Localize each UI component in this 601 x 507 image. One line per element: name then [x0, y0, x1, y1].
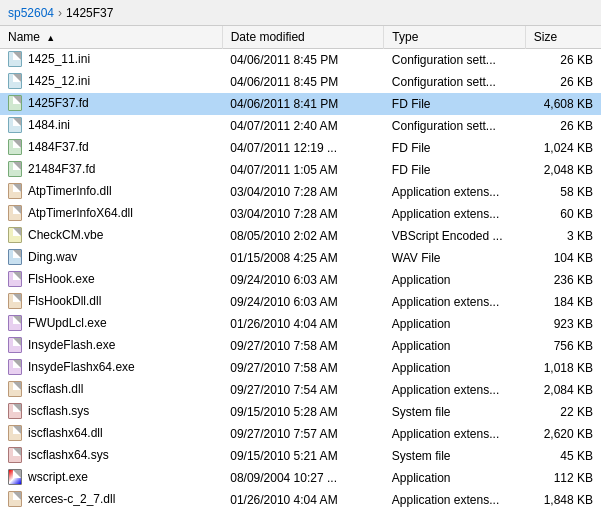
- file-size-cell: 26 KB: [525, 49, 601, 71]
- file-date-cell: 08/05/2010 2:02 AM: [222, 225, 384, 247]
- file-date-cell: 03/04/2010 7:28 AM: [222, 181, 384, 203]
- file-type-cell: Application: [384, 357, 525, 379]
- file-name-cell: AtpTimerInfo.dll: [0, 181, 222, 203]
- file-name-cell: Ding.wav: [0, 247, 222, 269]
- file-name-cell: InsydeFlash.exe: [0, 335, 222, 357]
- file-type-cell: System file: [384, 401, 525, 423]
- file-date-cell: 09/27/2010 7:54 AM: [222, 379, 384, 401]
- file-size-cell: 1,018 KB: [525, 357, 601, 379]
- file-date-cell: 01/26/2010 4:04 AM: [222, 489, 384, 508]
- file-type-cell: System file: [384, 445, 525, 467]
- table-row[interactable]: iscflashx64.sys 09/15/2010 5:21 AM Syste…: [0, 445, 601, 467]
- file-type-cell: Application extens...: [384, 489, 525, 508]
- file-size-cell: 45 KB: [525, 445, 601, 467]
- table-row[interactable]: InsydeFlashx64.exe 09/27/2010 7:58 AM Ap…: [0, 357, 601, 379]
- file-type-cell: WAV File: [384, 247, 525, 269]
- file-size-cell: 22 KB: [525, 401, 601, 423]
- table-row[interactable]: iscflash.sys 09/15/2010 5:28 AM System f…: [0, 401, 601, 423]
- file-date-cell: 09/27/2010 7:57 AM: [222, 423, 384, 445]
- table-row[interactable]: FlsHookDll.dll 09/24/2010 6:03 AM Applic…: [0, 291, 601, 313]
- col-header-name[interactable]: Name ▲: [0, 26, 222, 49]
- file-name-cell: wscript.exe: [0, 467, 222, 489]
- file-name-cell: CheckCM.vbe: [0, 225, 222, 247]
- table-row[interactable]: wscript.exe 08/09/2004 10:27 ... Applica…: [0, 467, 601, 489]
- file-size-cell: 3 KB: [525, 225, 601, 247]
- file-size-cell: 756 KB: [525, 335, 601, 357]
- table-row[interactable]: FlsHook.exe 09/24/2010 6:03 AM Applicati…: [0, 269, 601, 291]
- file-name-cell: 1425_11.ini: [0, 49, 222, 71]
- file-date-cell: 09/24/2010 6:03 AM: [222, 269, 384, 291]
- table-row[interactable]: 1425F37.fd 04/06/2011 8:41 PM FD File 4,…: [0, 93, 601, 115]
- exe-icon: [8, 271, 24, 287]
- column-headers: Name ▲ Date modified Type Size: [0, 26, 601, 49]
- file-size-cell: 26 KB: [525, 115, 601, 137]
- table-row[interactable]: 1484.ini 04/07/2011 2:40 AM Configuratio…: [0, 115, 601, 137]
- table-row[interactable]: 1484F37.fd 04/07/2011 12:19 ... FD File …: [0, 137, 601, 159]
- table-row[interactable]: AtpTimerInfoX64.dll 03/04/2010 7:28 AM A…: [0, 203, 601, 225]
- file-name-cell: AtpTimerInfoX64.dll: [0, 203, 222, 225]
- file-type-cell: Application: [384, 335, 525, 357]
- file-date-cell: 09/15/2010 5:21 AM: [222, 445, 384, 467]
- file-name-cell: 1484.ini: [0, 115, 222, 137]
- exe-icon: [8, 359, 24, 375]
- col-header-type[interactable]: Type: [384, 26, 525, 49]
- file-size-cell: 236 KB: [525, 269, 601, 291]
- file-date-cell: 08/09/2004 10:27 ...: [222, 467, 384, 489]
- file-name-cell: InsydeFlashx64.exe: [0, 357, 222, 379]
- table-row[interactable]: 1425_12.ini 04/06/2011 8:45 PM Configura…: [0, 71, 601, 93]
- file-type-cell: FD File: [384, 159, 525, 181]
- file-size-cell: 1,024 KB: [525, 137, 601, 159]
- file-date-cell: 03/04/2010 7:28 AM: [222, 203, 384, 225]
- file-name-cell: iscflashx64.dll: [0, 423, 222, 445]
- fd-icon: [8, 95, 24, 111]
- file-size-cell: 112 KB: [525, 467, 601, 489]
- dll-icon: [8, 491, 24, 507]
- file-type-cell: FD File: [384, 137, 525, 159]
- file-type-cell: Application extens...: [384, 291, 525, 313]
- file-size-cell: 58 KB: [525, 181, 601, 203]
- table-row[interactable]: FWUpdLcl.exe 01/26/2010 4:04 AM Applicat…: [0, 313, 601, 335]
- file-type-cell: Application extens...: [384, 423, 525, 445]
- col-header-size[interactable]: Size: [525, 26, 601, 49]
- dll-icon: [8, 183, 24, 199]
- table-row[interactable]: InsydeFlash.exe 09/27/2010 7:58 AM Appli…: [0, 335, 601, 357]
- ini-icon: [8, 117, 24, 133]
- file-name-cell: 1425F37.fd: [0, 93, 222, 115]
- file-type-cell: Configuration sett...: [384, 71, 525, 93]
- file-size-cell: 2,084 KB: [525, 379, 601, 401]
- table-row[interactable]: CheckCM.vbe 08/05/2010 2:02 AM VBScript …: [0, 225, 601, 247]
- dll-icon: [8, 293, 24, 309]
- table-row[interactable]: Ding.wav 01/15/2008 4:25 AM WAV File 104…: [0, 247, 601, 269]
- breadcrumb-parent[interactable]: sp52604: [8, 6, 54, 20]
- file-date-cell: 09/24/2010 6:03 AM: [222, 291, 384, 313]
- table-row[interactable]: 1425_11.ini 04/06/2011 8:45 PM Configura…: [0, 49, 601, 71]
- col-header-date[interactable]: Date modified: [222, 26, 384, 49]
- breadcrumb-current: 1425F37: [66, 6, 113, 20]
- file-type-cell: Application: [384, 269, 525, 291]
- file-name-cell: FlsHookDll.dll: [0, 291, 222, 313]
- file-name-cell: FlsHook.exe: [0, 269, 222, 291]
- file-type-cell: FD File: [384, 93, 525, 115]
- file-size-cell: 2,620 KB: [525, 423, 601, 445]
- breadcrumb-separator: ›: [58, 6, 62, 20]
- file-type-cell: Application: [384, 467, 525, 489]
- table-row[interactable]: AtpTimerInfo.dll 03/04/2010 7:28 AM Appl…: [0, 181, 601, 203]
- table-row[interactable]: iscflashx64.dll 09/27/2010 7:57 AM Appli…: [0, 423, 601, 445]
- file-size-cell: 26 KB: [525, 71, 601, 93]
- file-date-cell: 04/07/2011 1:05 AM: [222, 159, 384, 181]
- exe-icon: [8, 337, 24, 353]
- file-size-cell: 1,848 KB: [525, 489, 601, 508]
- table-row[interactable]: 21484F37.fd 04/07/2011 1:05 AM FD File 2…: [0, 159, 601, 181]
- file-size-cell: 4,608 KB: [525, 93, 601, 115]
- table-row[interactable]: iscflash.dll 09/27/2010 7:54 AM Applicat…: [0, 379, 601, 401]
- sys-icon: [8, 403, 24, 419]
- dll-icon: [8, 381, 24, 397]
- file-date-cell: 09/27/2010 7:58 AM: [222, 357, 384, 379]
- file-type-cell: Application extens...: [384, 203, 525, 225]
- file-type-cell: Application extens...: [384, 379, 525, 401]
- file-size-cell: 2,048 KB: [525, 159, 601, 181]
- file-date-cell: 04/07/2011 12:19 ...: [222, 137, 384, 159]
- wscript-icon: [8, 469, 24, 485]
- table-row[interactable]: xerces-c_2_7.dll 01/26/2010 4:04 AM Appl…: [0, 489, 601, 508]
- sys-icon: [8, 447, 24, 463]
